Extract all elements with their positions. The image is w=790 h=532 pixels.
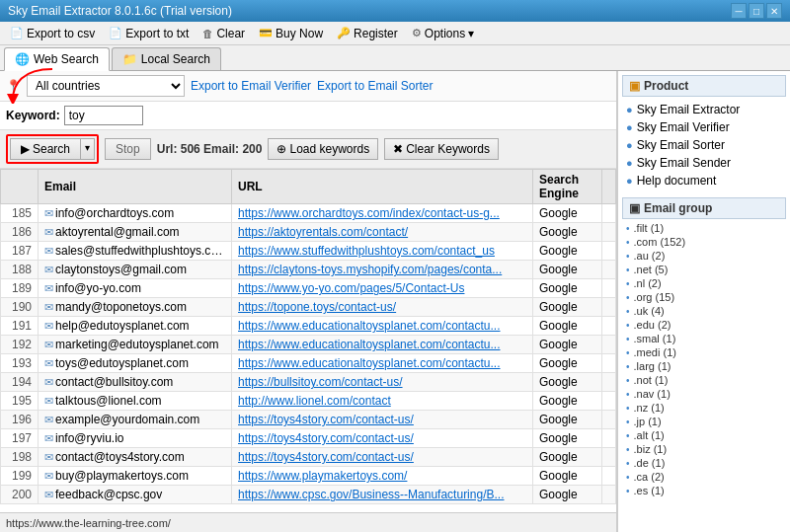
group-item[interactable]: •.net (5) [622, 263, 786, 276]
menu-buy-now[interactable]: 💳 Buy Now [253, 25, 329, 42]
group-item-dot: • [626, 223, 630, 234]
close-button[interactable]: ✕ [766, 3, 782, 19]
product-item[interactable]: ●Sky Email Sender [622, 154, 786, 172]
menu-register[interactable]: 🔑 Register [331, 25, 404, 42]
group-item[interactable]: •.au (2) [622, 249, 786, 263]
row-url[interactable]: https://toys4story.com/contact-us/ [232, 429, 533, 448]
maximize-button[interactable]: □ [749, 3, 764, 19]
tab-web-search[interactable]: 🌐 Web Search [4, 47, 110, 71]
row-extra [602, 223, 616, 242]
email-icon: ✉ [44, 245, 53, 257]
group-item[interactable]: •.org (15) [622, 290, 786, 304]
row-extra [602, 392, 616, 411]
group-item[interactable]: •.edu (2) [622, 318, 786, 332]
row-email: ✉marketing@edutoysplanet.com [39, 336, 232, 354]
group-item[interactable]: •.medi (1) [622, 345, 786, 359]
row-email: ✉help@edutoysplanet.com [39, 317, 232, 336]
group-item[interactable]: •.es (1) [622, 484, 786, 497]
row-url[interactable]: https://claytons-toys.myshopify.com/page… [232, 261, 533, 279]
title-bar: Sky Email Extractor 8.0.1.6c (Trial vers… [0, 0, 790, 22]
clear-keywords-button[interactable]: ✖ Clear Keywords [384, 138, 499, 160]
group-item[interactable]: •.larg (1) [622, 359, 786, 373]
stop-button[interactable]: Stop [105, 138, 151, 160]
product-section-label: Product [644, 79, 688, 93]
row-url[interactable]: https://www.yo-yo.com/pages/5/Contact-Us [232, 279, 533, 298]
group-item[interactable]: •.biz (1) [622, 442, 786, 456]
group-item-label: .jp (1) [634, 416, 662, 427]
row-email: ✉talktous@lionel.com [39, 392, 232, 411]
group-item-dot: • [626, 251, 630, 262]
group-item[interactable]: •.nz (1) [622, 401, 786, 415]
row-search-engine: Google [533, 279, 602, 298]
product-item-label: Sky Email Verifier [637, 120, 730, 134]
row-search-engine: Google [533, 411, 602, 429]
row-url[interactable]: http://www.lionel.com/contact [232, 392, 533, 411]
menu-options[interactable]: ⚙ Options ▾ [406, 25, 480, 42]
row-url[interactable]: https://toys4story.com/contact-us/ [232, 411, 533, 429]
product-item-icon: ● [626, 104, 633, 115]
email-icon: ✉ [44, 264, 53, 275]
row-url[interactable]: https://bullsitoy.com/contact-us/ [232, 373, 533, 392]
col-scroll [602, 170, 616, 204]
row-email: ✉feedback@cpsc.gov [39, 486, 232, 504]
table-row: 189 ✉info@yo-yo.com https://www.yo-yo.co… [1, 279, 616, 298]
group-item[interactable]: •.ca (2) [622, 470, 786, 484]
product-item[interactable]: ●Sky Email Verifier [622, 118, 786, 136]
status-bar: https://www.the-learning-tree.com/ [0, 512, 616, 532]
group-item[interactable]: •.uk (4) [622, 304, 786, 318]
row-url[interactable]: https://www.playmakertoys.com/ [232, 467, 533, 486]
group-item[interactable]: •.nl (2) [622, 276, 786, 290]
menu-export-csv[interactable]: 📄 Export to csv [4, 25, 101, 42]
group-item-label: .filt (1) [634, 222, 665, 234]
row-extra [602, 336, 616, 354]
row-url[interactable]: https://www.cpsc.gov/Business--Manufactu… [232, 486, 533, 504]
row-number: 188 [1, 261, 39, 279]
export-email-sorter-link[interactable]: Export to Email Sorter [317, 79, 433, 93]
row-url[interactable]: https://www.educationaltoysplanet.com/co… [232, 354, 533, 373]
group-item-label: .medi (1) [634, 346, 676, 358]
row-url[interactable]: https://www.orchardtoys.com/index/contac… [232, 204, 533, 223]
group-item-label: .au (2) [634, 250, 666, 262]
row-number: 185 [1, 204, 39, 223]
keyword-input[interactable] [64, 106, 143, 125]
product-item[interactable]: ●Sky Email Extractor [622, 101, 786, 118]
group-item[interactable]: •.com (152) [622, 235, 786, 249]
search-dropdown-button[interactable]: ▾ [81, 138, 95, 160]
export-txt-icon: 📄 [109, 27, 122, 39]
product-item[interactable]: ●Help document [622, 172, 786, 190]
group-item[interactable]: •.nav (1) [622, 387, 786, 401]
row-url[interactable]: https://topone.toys/contact-us/ [232, 298, 533, 317]
menu-clear[interactable]: 🗑 Clear [197, 25, 251, 42]
menu-export-csv-label: Export to csv [27, 27, 95, 40]
main-layout: 📍 All countries Export to Email Verifier… [0, 71, 790, 532]
search-button[interactable]: ▶ Search [10, 138, 81, 160]
row-email: ✉contact@toys4story.com [39, 448, 232, 467]
row-url[interactable]: https://toys4story.com/contact-us/ [232, 448, 533, 467]
row-extra [602, 411, 616, 429]
row-url[interactable]: https://www.educationaltoysplanet.com/co… [232, 336, 533, 354]
group-item[interactable]: •.alt (1) [622, 428, 786, 442]
group-item[interactable]: •.smal (1) [622, 332, 786, 345]
row-url[interactable]: https://www.educationaltoysplanet.com/co… [232, 317, 533, 336]
product-item[interactable]: ●Sky Email Sorter [622, 136, 786, 154]
group-item[interactable]: •.not (1) [622, 373, 786, 387]
tab-bar: 🌐 Web Search 📁 Local Search [0, 45, 790, 71]
row-email: ✉claytonstoys@gmail.com [39, 261, 232, 279]
table-row: 191 ✉help@edutoysplanet.com https://www.… [1, 317, 616, 336]
tab-local-search[interactable]: 📁 Local Search [112, 47, 221, 70]
group-item-label: .nl (2) [634, 277, 662, 289]
menu-options-label: Options [425, 27, 465, 40]
url-email-info: Url: 506 Email: 200 [157, 142, 263, 156]
export-email-verifier-link[interactable]: Export to Email Verifier [191, 79, 311, 93]
group-item[interactable]: •.filt (1) [622, 221, 786, 235]
row-url[interactable]: https://aktoyrentals.com/contact/ [232, 223, 533, 242]
minimize-button[interactable]: ─ [731, 3, 747, 19]
location-select[interactable]: All countries [27, 75, 185, 97]
load-keywords-button[interactable]: ⊕ Load keywords [268, 138, 378, 160]
row-url[interactable]: https://www.stuffedwithplushtoys.com/con… [232, 242, 533, 261]
row-number: 200 [1, 486, 39, 504]
group-item[interactable]: •.de (1) [622, 456, 786, 470]
row-number: 199 [1, 467, 39, 486]
menu-export-txt[interactable]: 📄 Export to txt [103, 25, 195, 42]
group-item[interactable]: •.jp (1) [622, 415, 786, 428]
